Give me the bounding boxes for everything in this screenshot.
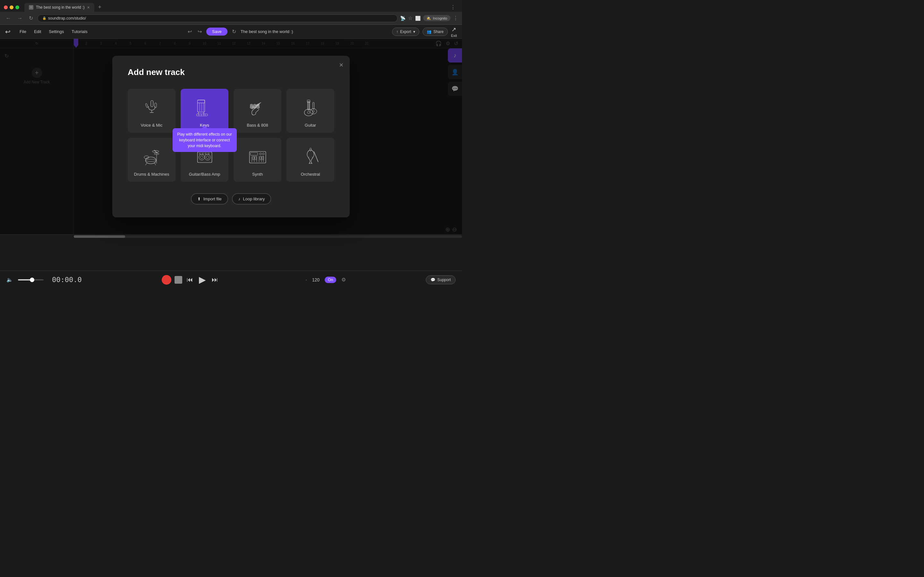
- svg-line-37: [155, 163, 156, 165]
- menu-edit[interactable]: Edit: [34, 29, 41, 34]
- svg-point-30: [145, 159, 156, 162]
- guitar-bass-amp-label: Guitar/Bass Amp: [189, 172, 220, 177]
- track-option-voice-mic[interactable]: Voice & Mic: [128, 89, 176, 133]
- undo-btn[interactable]: ↩: [186, 27, 193, 36]
- app-logo: ↩: [5, 28, 11, 35]
- time-display: 00:00.0: [52, 276, 82, 284]
- tempo-display: 120: [312, 277, 320, 282]
- voice-mic-icon: [141, 97, 163, 119]
- synth-label: Synth: [252, 172, 263, 177]
- svg-point-43: [199, 153, 200, 155]
- transport-settings-btn[interactable]: ⚙: [341, 277, 346, 283]
- svg-rect-28: [312, 103, 314, 109]
- loop-icon: ♪: [238, 197, 241, 201]
- modal-close-btn[interactable]: ×: [339, 61, 343, 69]
- support-icon: 💬: [431, 277, 435, 282]
- traffic-lights: [4, 5, 19, 9]
- tab-bar: S The best song in the world :) × + ⋮: [0, 0, 462, 12]
- svg-point-41: [205, 155, 210, 160]
- maximize-window-btn[interactable]: [15, 5, 19, 9]
- address-bar[interactable]: 🔒 soundtrap.com/studio/: [37, 15, 397, 22]
- tab-close-btn[interactable]: ×: [87, 5, 89, 10]
- svg-point-59: [260, 153, 262, 155]
- rewind-btn[interactable]: ⏮: [186, 275, 194, 285]
- keys-tooltip: Play with different effects on our keybo…: [173, 128, 237, 152]
- menu-file[interactable]: File: [19, 29, 26, 34]
- tab-favicon: S: [29, 5, 33, 10]
- svg-rect-22: [308, 102, 310, 110]
- scrollbar-thumb[interactable]: [74, 235, 125, 238]
- track-option-orchestral[interactable]: Orchestral: [286, 138, 334, 182]
- add-track-modal: × Add new track: [112, 56, 350, 218]
- record-btn[interactable]: [162, 275, 171, 285]
- new-tab-btn[interactable]: +: [95, 3, 104, 12]
- minimize-window-btn[interactable]: [10, 5, 13, 9]
- lock-icon: 🔒: [42, 16, 46, 20]
- menu-tutorials[interactable]: Tutorials: [71, 29, 87, 34]
- bookmark-icon[interactable]: ☆: [408, 15, 413, 21]
- stop-btn[interactable]: [174, 276, 182, 284]
- track-option-keys[interactable]: Keys Play with different effects on our …: [181, 89, 228, 133]
- svg-point-60: [262, 153, 264, 155]
- share-btn[interactable]: 👥 Share: [423, 27, 448, 36]
- browser-options-icon[interactable]: ⋮: [453, 15, 458, 21]
- back-btn[interactable]: ←: [4, 14, 13, 23]
- on-badge[interactable]: On: [325, 277, 336, 283]
- redo-btn[interactable]: ↪: [196, 27, 203, 36]
- drums-icon: [141, 145, 163, 168]
- svg-rect-4: [145, 103, 148, 108]
- svg-rect-5: [197, 100, 205, 112]
- url-display: soundtrap.com/studio/: [48, 16, 86, 21]
- browser-tab[interactable]: S The best song in the world :) ×: [24, 3, 94, 12]
- play-btn[interactable]: ▶: [198, 273, 207, 286]
- browser-chrome: S The best song in the world :) × + ⋮ ← …: [0, 0, 462, 25]
- volume-slider[interactable]: [18, 279, 44, 280]
- scrollbar-area: [0, 234, 462, 238]
- export-btn[interactable]: ↑ Export ▾: [392, 27, 419, 36]
- track-option-synth[interactable]: Synth: [234, 138, 281, 182]
- fast-forward-btn[interactable]: ⏭: [210, 275, 220, 285]
- track-option-drums[interactable]: Drums & Machines: [128, 138, 176, 182]
- browser-menu-icon[interactable]: ⋮: [451, 4, 458, 10]
- cast-icon[interactable]: 📡: [400, 16, 405, 21]
- svg-point-26: [310, 109, 317, 114]
- toolbar-center: ↩ ↪ Save ↻ The best song in the world :): [94, 27, 386, 36]
- svg-rect-0: [151, 101, 153, 107]
- bass-808-icon: 808: [246, 97, 269, 119]
- share-icon: 👥: [427, 29, 431, 34]
- track-option-guitar[interactable]: Guitar: [286, 89, 334, 133]
- main-area: ↻ 2 3 4 5 6 7 8 9 10 11 12 13 14 15 16 1…: [0, 39, 462, 234]
- support-btn[interactable]: 💬 Support: [426, 276, 456, 284]
- svg-line-36: [145, 163, 147, 165]
- transport-controls: ⏮ ▶ ⏭: [162, 273, 220, 286]
- volume-knob[interactable]: [30, 277, 34, 282]
- svg-rect-55: [255, 156, 256, 160]
- track-option-bass-808[interactable]: 808 Bass & 808: [234, 89, 281, 133]
- sync-btn[interactable]: ↻: [231, 27, 237, 36]
- exit-btn[interactable]: ↗ Exit: [451, 26, 457, 37]
- import-file-btn[interactable]: ⬆ Import file: [191, 193, 228, 205]
- exit-icon: ↗: [451, 26, 456, 33]
- svg-rect-61: [310, 148, 311, 151]
- svg-point-40: [200, 156, 203, 159]
- save-btn[interactable]: Save: [206, 27, 228, 35]
- incognito-label: Incognito: [433, 16, 447, 20]
- svg-rect-54: [252, 156, 254, 160]
- nav-icons: 📡 ☆ ⬜ 🕵️ Incognito ⋮: [400, 15, 458, 21]
- menu-settings[interactable]: Settings: [49, 29, 64, 34]
- modal-footer: ⬆ Import file ♪ Loop library: [128, 193, 334, 205]
- keys-icon: [194, 97, 216, 119]
- close-window-btn[interactable]: [4, 5, 8, 9]
- forward-btn[interactable]: →: [15, 14, 24, 23]
- profile-icon[interactable]: ⬜: [415, 16, 421, 21]
- guitar-label: Guitar: [305, 123, 316, 127]
- svg-point-21: [307, 111, 310, 114]
- svg-point-29: [145, 157, 156, 164]
- loop-library-btn[interactable]: ♪ Loop library: [232, 193, 271, 205]
- toolbar-menu: File Edit Settings Tutorials: [19, 29, 87, 34]
- app-toolbar: ↩ File Edit Settings Tutorials ↩ ↪ Save …: [0, 25, 462, 39]
- reload-btn[interactable]: ↻: [27, 14, 35, 23]
- scrollbar-track: [74, 235, 462, 238]
- svg-rect-11: [196, 114, 208, 116]
- bottom-controls: 🔈 00:00.0 ⏮ ▶ ⏭ - 120 On ⚙ 💬 Support: [0, 271, 462, 288]
